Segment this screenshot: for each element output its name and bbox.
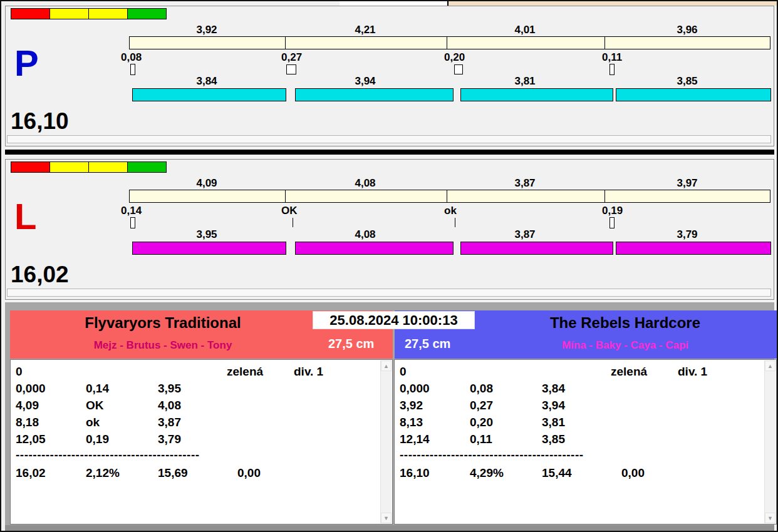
result-cell: 12,05 [16,432,46,446]
run-time-label: 3,87 [446,228,604,241]
change-time-label: 0,20 [444,51,465,64]
lane-panel-l: 4,09 4,08 3,87 3,97 0,14 OK ok 0,19 3,95… [5,159,774,300]
traffic-yellow-segment [49,8,89,19]
background-window-edge [340,1,449,6]
change-time-label: 0,08 [121,51,142,64]
traffic-yellow-segment [88,8,128,19]
split-time-label: 4,01 [446,24,604,36]
run-time-label: 3,79 [604,228,770,241]
result-cell: 0,000 [400,382,430,396]
start-value: 0 [16,365,23,379]
run-time-bar [295,242,454,255]
result-cell: OK [86,399,104,412]
split-time-bar [129,190,770,203]
results-panel-left[interactable]: 0 zelená div. 1 0,000 0,14 3,95 4,09 OK … [10,359,393,524]
result-cell: 0,27 [470,399,493,412]
run-time-bar [295,88,454,101]
change-time-label: 0,14 [121,205,142,217]
background-window-edge-tan [449,1,777,6]
total-cell: 0,00 [621,466,645,480]
lane-status-strip [7,289,771,297]
bar-tick [447,37,447,49]
lane-divider [5,150,774,155]
result-cell: 3,79 [158,432,181,446]
results-panel-right[interactable]: 0 zelená div. 1 0,000 0,08 3,84 3,92 0,2… [394,359,777,524]
team-name: The Rebels Hardcore [475,314,775,332]
jump-height: 27,5 cm [328,337,374,351]
lane-panel-p: 3,92 4,21 4,01 3,96 0,08 0,27 0,20 0,11 … [5,6,774,146]
result-cell: 12,14 [400,432,430,446]
change-time-label: OK [281,205,298,217]
scrollbar[interactable]: ▲ ▼ [380,361,392,523]
change-marker-box [454,64,463,74]
team-members: Mína - Baky - Caya - Capi [475,339,775,352]
result-cell: ok [86,416,100,429]
scroll-up-icon[interactable]: ▲ [765,361,775,371]
split-time-label: 3,87 [446,177,604,190]
separator-line: ----------------------------------------… [400,448,584,462]
split-time-label: 4,21 [284,24,446,36]
jump-height: 27,5 cm [405,337,450,351]
split-time-label: 4,09 [129,177,284,190]
division-label: div. 1 [678,365,707,379]
change-marker-box [609,64,615,75]
split-time-label: 3,96 [604,24,770,36]
split-time-label: 3,92 [129,24,284,36]
traffic-green-segment [127,161,167,173]
result-cell: 8,13 [400,416,423,429]
split-time-label: 4,08 [284,177,446,190]
run-time-bar [460,88,613,101]
change-marker-box [130,217,135,228]
result-cell: 0,14 [86,382,109,396]
run-time-bar [132,88,286,101]
result-cell: 3,92 [400,399,423,412]
change-marker-box [609,217,615,228]
separator-line: ----------------------------------------… [16,448,200,462]
run-time-bar [132,242,286,255]
lane-letter-p: P [14,45,39,81]
datetime-display: 25.08.2024 10:00:13 [313,311,475,329]
traffic-light-bar [11,161,167,173]
scroll-down-icon[interactable]: ▼ [765,513,775,523]
scroll-up-icon[interactable]: ▲ [381,361,392,371]
traffic-light-bar [11,8,167,19]
bottom-status-strip [5,525,774,531]
run-time-label: 3,84 [129,75,284,88]
change-time-label: 0,19 [602,205,623,217]
result-cell: 0,19 [86,432,109,446]
split-time-label: 3,97 [604,177,770,190]
total-cell: 16,10 [400,466,430,480]
total-cell: 0,00 [237,466,261,480]
lane-letter-l: L [14,198,36,235]
team-name: Flyvaryors Traditional [10,314,316,332]
result-cell: 3,94 [542,399,565,412]
run-time-label: 3,85 [604,75,770,88]
bar-tick [604,37,605,49]
total-cell: 4,29% [470,466,504,480]
run-time-label: 3,94 [284,75,446,88]
scroll-down-icon[interactable]: ▼ [381,513,392,523]
run-time-bar [616,88,771,101]
run-time-label: 3,81 [446,75,604,88]
result-cell: 0,000 [16,382,46,396]
run-time-label: 4,08 [284,228,446,241]
result-cell: 3,95 [158,382,181,396]
change-time-label: ok [444,205,457,217]
scrollbar[interactable]: ▲ ▼ [764,361,775,523]
result-cell: 4,09 [16,399,39,412]
start-value: 0 [400,365,407,379]
result-cell: 3,87 [158,416,181,429]
traffic-red-segment [11,161,50,173]
result-cell: 3,85 [542,432,565,446]
result-cell: 0,11 [470,432,492,446]
run-time-bar [460,242,613,255]
traffic-yellow-segment [49,161,89,173]
lane-status-strip [7,135,771,143]
status-label: zelená [611,365,647,379]
result-cell: 3,81 [542,416,565,429]
total-cell: 15,44 [542,466,572,480]
split-time-bar [129,36,770,49]
traffic-yellow-segment [88,161,128,173]
status-label: zelená [227,365,263,379]
lane-total-time: 16,02 [11,263,69,286]
